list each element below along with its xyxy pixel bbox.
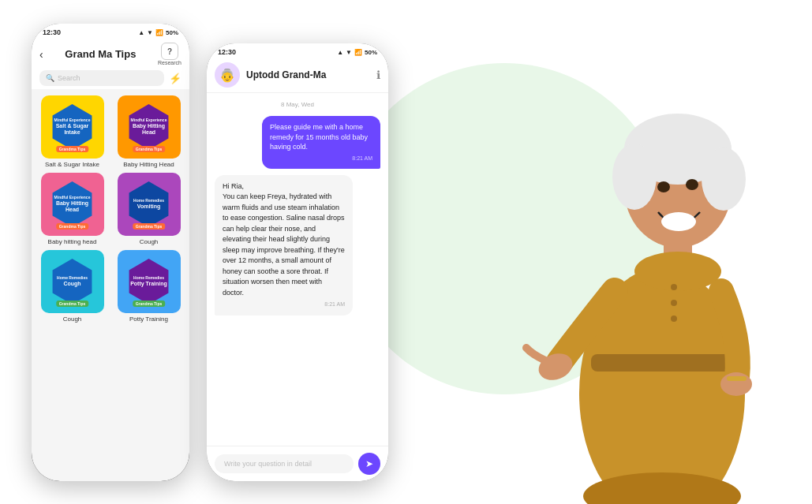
- svg-point-9: [634, 252, 721, 291]
- svg-point-12: [720, 372, 752, 396]
- info-icon[interactable]: ℹ: [376, 69, 380, 81]
- tip-card-vomiting[interactable]: Home Remedies Vomiting Grandma Tips Coug…: [113, 173, 185, 245]
- tips-phone: 12:30 ▲ ▼ 📶 50% ‹ Grand Ma Tips ? Resear…: [32, 24, 189, 481]
- back-button[interactable]: ‹: [39, 48, 43, 61]
- grandma-svg: [512, 47, 812, 504]
- received-time: 8:21 AM: [223, 301, 345, 309]
- status-bar-1: 12:30 ▲ ▼ 📶 50%: [32, 24, 189, 38]
- svg-rect-10: [591, 354, 733, 371]
- chat-phone: 12:30 ▲ ▼ 📶 50% 👵 Uptodd Grand-Ma ℹ 8 Ma…: [207, 43, 388, 481]
- sent-bubble: Please guide me with a home remedy for 1…: [262, 116, 380, 169]
- chat-header: 👵 Uptodd Grand-Ma ℹ: [207, 58, 388, 93]
- send-button[interactable]: ➤: [358, 453, 380, 475]
- tip-card-baby-hitting-head-1[interactable]: Mindful Experience Baby Hitting Head Gra…: [113, 95, 185, 168]
- status-icons-2: ▲ ▼ 📶 50%: [337, 49, 377, 56]
- tip-card-potty-training[interactable]: Home Remedies Potty Training Grandma Tip…: [113, 250, 185, 323]
- status-icons-1: ▲ ▼ 📶 50%: [138, 29, 178, 36]
- filter-icon[interactable]: ⚡: [169, 73, 181, 84]
- chat-input-row: Write your question in detail ➤: [207, 446, 388, 481]
- avatar: 👵: [215, 62, 240, 88]
- sent-time: 8:21 AM: [270, 155, 372, 162]
- tip-card-cough[interactable]: Home Remedies Cough Grandma Tips Cough: [36, 250, 108, 323]
- svg-point-7: [661, 212, 696, 231]
- svg-point-4: [702, 147, 746, 211]
- tip-card-baby-hitting-head-2[interactable]: Mindful Experience Baby Hitting Head Gra…: [36, 173, 108, 245]
- svg-point-15: [671, 300, 677, 306]
- page-title: Grand Ma Tips: [65, 48, 136, 60]
- svg-point-3: [612, 144, 657, 210]
- svg-rect-13: [727, 376, 747, 381]
- chat-date: 8 May, Wed: [215, 101, 380, 108]
- svg-point-5: [657, 181, 670, 192]
- chat-body: 8 May, Wed Please guide me with a home r…: [207, 93, 388, 446]
- received-bubble: Hi Ria, You can keep Freya, hydrated wit…: [215, 175, 353, 315]
- status-time-2: 12:30: [218, 48, 236, 56]
- chat-input[interactable]: Write your question in detail: [215, 454, 354, 473]
- tip-card-salt-sugar[interactable]: Mindful Experience Salt & Sugar Intake G…: [36, 95, 108, 168]
- svg-point-14: [671, 284, 677, 290]
- grandma-illustration: [465, 16, 812, 504]
- status-time-1: 12:30: [43, 28, 61, 36]
- research-button[interactable]: ? Research: [158, 43, 181, 65]
- search-row: 🔍 Search ⚡: [39, 70, 181, 86]
- search-bar[interactable]: 🔍 Search: [39, 70, 164, 86]
- status-bar-2: 12:30 ▲ ▼ 📶 50%: [207, 43, 388, 58]
- send-icon: ➤: [365, 458, 373, 469]
- tips-header: ‹ Grand Ma Tips ? Research 🔍 Search ⚡: [32, 38, 189, 89]
- contact-name: Uptodd Grand-Ma: [246, 69, 370, 80]
- svg-point-6: [686, 179, 698, 190]
- tips-grid: Mindful Experience Salt & Sugar Intake G…: [32, 89, 189, 481]
- svg-point-16: [671, 315, 677, 322]
